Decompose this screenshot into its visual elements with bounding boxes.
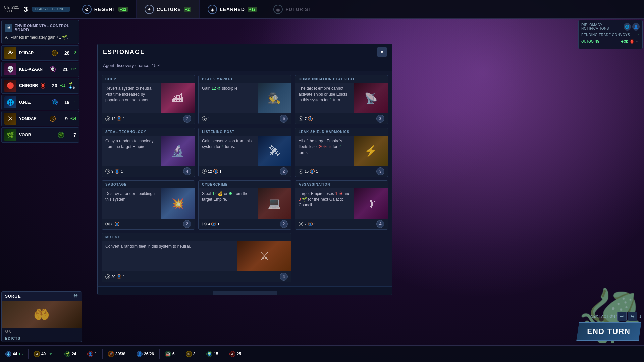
pop-icon: 👤 [137,351,143,357]
spy-icon: 👤 [308,222,313,226]
stat-combat: ⚔ 25 [229,351,241,357]
esp-card-blackmarket[interactable]: BLACK MARKET Gain 12 ⚙ stockpile. 🕵 ⚙ 1 … [198,75,291,124]
next-action-label: NEXT ACTION [591,314,615,318]
blackmarket-footer: ⚙ 1 5 [199,113,291,124]
esp-card-coup[interactable]: COUP Revert a system to neutral. Plot ti… [102,75,195,124]
industry-icon: 🏭 [165,351,171,357]
gear-stat-icon: ⚙ [34,351,40,357]
empire-avatar-yondar: ⚔ [4,113,16,125]
edicts-label: EDICTS [2,335,82,342]
research-icon: ⚛ [186,351,192,357]
empire-avatar-img: 💀 [4,63,16,75]
nav-arrow-right[interactable]: ↪ [628,312,637,321]
empire-item-voor[interactable]: 🌿 VOOR 🌿 7 [1,127,79,143]
mutiny-spy-cost: 1 [123,275,125,279]
years-label: YEARS TO COUNCIL [35,7,67,11]
years-badge: YEARS TO COUNCIL [32,7,70,12]
esp-card-cybercrime[interactable]: CYBERCRIME Steal 12 💰 or ⚙ from the targ… [198,180,291,230]
empire-avatar-img: 🌐 [4,96,16,108]
empire-badge-chinorr: 🔴 [41,83,45,89]
empire-badge-ixidar: ⚔ [52,50,58,56]
outgoing-value: +20 [621,39,628,44]
next-action-controls: ↩ ↪ [617,312,637,321]
empire-avatar-img: 🌿 [4,129,16,141]
gear-icon: ⚙ [202,169,207,174]
surge-image: 🤲 [2,301,82,328]
stat-research: ⚛ 3 [186,351,196,357]
leak-image: ⚡ [354,136,388,166]
trade-arrow: → [636,33,640,37]
spy-icon: 👤 [213,169,218,174]
empire-list: 👁 IX'IDAR ⚔ 28 +2 💀 KEL-AZAAN 💀 21 +12 🔴… [0,45,80,143]
empire-bonus-kelazaan: +12 [70,67,76,71]
empire-item-chinorr[interactable]: 🔴 CHINORR 🔴 20 +11 🌱💠⊕ [1,78,79,94]
steal-gear-cost: 9 [111,169,113,173]
blackout-footer: ⚙ 7 👤 1 3 [295,113,388,124]
esp-card-mutiny[interactable]: MUTINY Convert a random fleet in this sy… [102,233,291,282]
esp-card-steal[interactable]: STEAL TECHNOLOGY Copy a random technolog… [102,128,195,177]
trade-convoys-row: PENDING TRADE CONVOYS → [581,33,640,37]
diplomacy-icon-1[interactable]: 🌐 [624,23,631,31]
ships-icon: 🚀 [108,351,114,357]
spy-icon: 👤 [310,169,315,174]
cybercrime-footer: ⚙ 4 👤 1 2 [199,219,291,229]
steal-turns: 4 [183,167,191,175]
listening-spy-cost: 1 [219,169,221,173]
cancel-button[interactable]: CANCEL [213,291,277,295]
spy-icon: 👤 [211,222,216,226]
sabotage-body: Destroy a random building in this system… [102,188,195,219]
diplomacy-icons: 🌐 👤 [624,23,640,31]
tab-learned[interactable]: ◈ LEARNED +12 [200,0,265,18]
next-action-value: 1 [639,314,641,318]
gear-icon: ⚙ [105,274,110,279]
steal-text: Copy a random technology from the target… [102,136,161,166]
sep-9 [224,349,224,359]
empire-name-une: U.N.E. [19,100,49,105]
modal-title: ESPIONAGE [103,49,145,56]
sep-8 [201,349,201,359]
esp-card-listening[interactable]: LISTENING POST Gain sensor vision from t… [198,128,291,177]
stat-water: 💧 44 +6 [5,351,23,357]
industry-value: 6 [172,352,175,356]
blackout-gear-cost: 7 [305,117,307,121]
esp-card-sabotage[interactable]: SABOTAGE Destroy a random building in th… [102,180,195,230]
tab-futurist[interactable]: ◉ FUTURIST [265,0,320,18]
empire-item-kelazaan[interactable]: 💀 KEL-AZAAN 💀 21 +12 [1,62,79,77]
blackmarket-body: Gain 12 ⚙ stockpile. 🕵 [199,83,291,113]
tab-culture[interactable]: ✦ CULTURE +2 [137,0,200,18]
water-bonus: +6 [18,352,23,356]
water-value: 44 [13,352,17,356]
esp-card-leak[interactable]: LEAK SHIELD HARMONICS All of the target … [295,128,388,177]
steal-cost: ⚙ 9 👤 1 [105,169,123,174]
ships-value: 30/38 [115,352,125,356]
coup-cost: ⚙ 12 👤 1 [105,116,125,121]
empire-item-ixidar[interactable]: 👁 IX'IDAR ⚔ 28 +2 [1,45,79,61]
diplomacy-icon-2[interactable]: 👤 [632,23,640,31]
empire-item-une[interactable]: 🌐 U.N.E. 🌐 19 +1 [1,95,79,110]
esp-card-blackout[interactable]: COMMUNICATION BLACKOUT The target empire… [295,75,388,124]
outgoing-icon: 🔴 [630,39,634,44]
outgoing-label: OUTGOING: [581,40,600,43]
esp-card-assassination[interactable]: ASSASSINATION Target Empire loses 1 🏛 an… [295,180,388,230]
cybercrime-text: Steal 12 💰 or ⚙ from the target Empire. [199,188,258,219]
regent-label: REGENT [94,7,116,12]
combat-value: 25 [237,352,241,356]
more-dots[interactable]: ··· [636,39,640,44]
next-action-row: NEXT ACTION ↩ ↪ 1 [591,312,641,321]
empire-item-yondar[interactable]: ⚔ YONDAR ⚔ 9 +14 [1,111,79,126]
modal-close-button[interactable]: ▼ [377,47,387,57]
mutiny-turns: 4 [280,273,288,281]
tab-regent[interactable]: ⚙ REGENT +12 [74,0,137,18]
mutiny-image: ⚔ [237,241,291,271]
regent-bonus: +12 [118,7,128,12]
spy-icon: 👤 [117,274,121,279]
coup-image: 🏙 [161,83,195,113]
blackmarket-text: Gain 12 ⚙ stockpile. [199,83,258,113]
empire-avatar-img: ⚔ [4,113,16,125]
coup-gear-cost: 12 [111,117,115,121]
cie-info-section: CIE: 2321 15:11 3 YEARS TO COUNCIL [0,5,74,14]
nav-arrow-left[interactable]: ↩ [617,312,627,321]
empire-badge-kelazaan: 💀 [50,66,56,72]
end-turn-button[interactable]: END TURN [576,322,641,341]
leak-body: All of the target Empire's fleets lose -… [295,136,388,166]
